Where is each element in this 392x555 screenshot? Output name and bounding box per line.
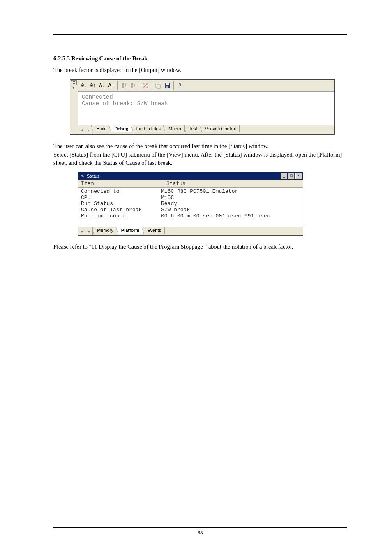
status-item: Run Status <box>81 201 161 207</box>
output-body: Connected Cause of break: S/W break <box>78 92 334 125</box>
status-window: ✎ Status _ □ × Item Status Connected to … <box>78 172 303 236</box>
svg-rect-7 <box>157 84 160 88</box>
person-sort-up-button[interactable] <box>129 81 137 90</box>
clear-button[interactable] <box>141 81 150 90</box>
status-col-status[interactable]: Status <box>164 180 303 188</box>
toolbar-separator <box>152 81 152 90</box>
toolbar-separator <box>117 81 118 90</box>
section-number: 6.2.5.3 <box>53 55 70 62</box>
svg-point-2 <box>131 83 133 85</box>
tab-find-in-files[interactable]: Find in Files <box>132 125 164 132</box>
status-item: Connected to <box>81 188 161 194</box>
status-grid: Item Status Connected to M16C R8C PC7501… <box>78 180 303 227</box>
svg-point-0 <box>122 83 124 85</box>
save-button[interactable] <box>163 81 171 90</box>
tab-build[interactable]: Build <box>92 125 110 132</box>
svg-rect-3 <box>131 85 133 88</box>
paragraph-1: The break factor is displayed in the [Ou… <box>53 66 347 74</box>
minimize-button[interactable]: _ <box>281 173 287 179</box>
tab-test[interactable]: Test <box>185 125 201 132</box>
tab-memory[interactable]: Memory <box>93 227 117 234</box>
status-col-item[interactable]: Item <box>78 180 164 188</box>
top-rule <box>53 34 347 35</box>
output-window-gutter: x ▸ <box>70 80 78 134</box>
maximize-button[interactable]: □ <box>288 173 295 179</box>
status-titlebar: ✎ Status _ □ × <box>78 172 303 180</box>
toolbar-separator <box>139 81 139 90</box>
svg-rect-9 <box>166 83 169 85</box>
tab-platform[interactable]: Platform <box>117 227 143 234</box>
page-number: 68 <box>53 530 347 536</box>
status-row: Connected to M16C R8C PC7501 Emulator <box>78 188 303 194</box>
sort-a-down-button[interactable]: A↓ <box>98 81 106 90</box>
footer-rule <box>53 527 347 528</box>
paragraph-3: Please refer to "11 Display the Cause of… <box>53 243 347 251</box>
status-value: S/W break <box>161 207 300 213</box>
tab-events[interactable]: Events <box>143 227 165 234</box>
close-icon[interactable]: x <box>71 80 77 85</box>
help-button[interactable]: ? <box>176 81 184 90</box>
tab-scroll-left-button[interactable]: ◂ <box>78 125 85 134</box>
circle-slash-icon <box>142 82 149 89</box>
page-footer: 68 <box>53 527 347 536</box>
svg-line-5 <box>144 84 147 87</box>
tab-debug[interactable]: Debug <box>110 125 132 132</box>
status-value: 00 h 00 m 00 sec 001 msec 991 usec <box>161 213 300 219</box>
person-up-icon <box>129 82 136 89</box>
output-line: Cause of break: S/W break <box>82 100 332 107</box>
pin-icon[interactable]: ▸ <box>73 86 75 90</box>
status-value: Ready <box>161 201 300 207</box>
floppy-icon <box>164 82 171 89</box>
status-tabs: ◂ ▸ Memory Platform Events <box>78 227 303 235</box>
status-item: Cause of last break <box>81 207 161 213</box>
status-item: CPU <box>81 194 161 201</box>
status-header: Item Status <box>78 180 303 188</box>
paragraph-2a: The user can also see the cause of the b… <box>53 142 347 150</box>
sort-theta-up-button[interactable]: θ↑ <box>89 81 97 90</box>
close-button[interactable]: × <box>295 173 302 179</box>
status-title-text: Status <box>87 173 99 178</box>
person-sort-down-button[interactable] <box>120 81 128 90</box>
sort-a-up-button[interactable]: A↑ <box>107 81 115 90</box>
status-value: M16C R8C PC7501 Emulator <box>161 188 300 194</box>
section-heading: 6.2.5.3 Reviewing Cause of the Break <box>53 55 347 62</box>
status-row: Cause of last break S/W break <box>78 207 303 213</box>
toolbar-separator <box>173 81 174 90</box>
sort-theta-down-button[interactable]: θ↓ <box>80 81 88 90</box>
output-line: Connected <box>82 94 332 100</box>
status-app-icon: ✎ <box>80 173 85 178</box>
tab-scroll-left-button[interactable]: ◂ <box>78 227 85 235</box>
status-row: Run Status Ready <box>78 201 303 207</box>
output-tabs: ◂ ▸ Build Debug Find in Files Macro Test… <box>78 125 334 134</box>
tab-macro[interactable]: Macro <box>164 125 185 132</box>
output-toolbar: θ↓ θ↑ A↓ A↑ <box>78 80 334 92</box>
person-down-icon <box>120 82 127 89</box>
status-row: CPU M16C <box>78 194 303 201</box>
output-window: x ▸ θ↓ θ↑ A↓ A↑ <box>70 79 335 135</box>
status-value: M16C <box>161 194 300 201</box>
svg-rect-1 <box>122 85 124 88</box>
section-title-text: Reviewing Cause of the Break <box>71 55 148 62</box>
tab-scroll-right-button[interactable]: ▸ <box>85 227 92 235</box>
tab-version-control[interactable]: Version Control <box>201 125 240 132</box>
status-row: Run time count 00 h 00 m 00 sec 001 msec… <box>78 213 303 219</box>
paragraph-2b: Select [Status] from the [CPU] submenu o… <box>53 151 347 167</box>
svg-rect-10 <box>166 86 168 88</box>
copy-button[interactable] <box>154 81 162 90</box>
copy-icon <box>154 82 162 89</box>
status-item: Run time count <box>81 213 161 219</box>
